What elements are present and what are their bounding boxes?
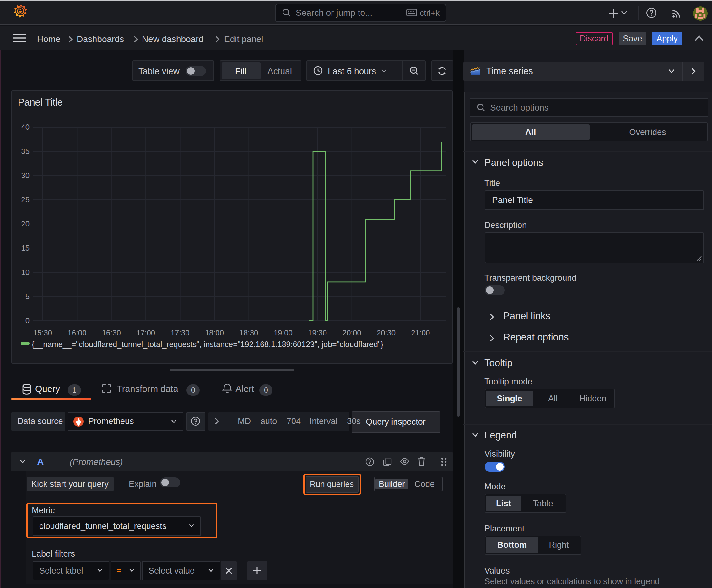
svg-text:19:00: 19:00 (274, 328, 292, 337)
svg-text:21:00: 21:00 (411, 328, 429, 337)
svg-text:20:30: 20:30 (376, 328, 395, 337)
svg-text:18:00: 18:00 (205, 328, 223, 337)
svg-text:35: 35 (21, 147, 29, 155)
svg-text:17:30: 17:30 (170, 328, 189, 337)
svg-text:{__name__="cloudflared_tunnel_: {__name__="cloudflared_tunnel_total_requ… (31, 339, 383, 348)
svg-text:5: 5 (25, 292, 29, 300)
svg-text:19:30: 19:30 (308, 328, 326, 337)
svg-text:25: 25 (21, 195, 29, 204)
svg-text:16:00: 16:00 (67, 328, 86, 337)
svg-text:40: 40 (21, 123, 29, 131)
svg-text:10: 10 (21, 268, 29, 276)
svg-text:18:30: 18:30 (239, 328, 258, 337)
svg-text:17:00: 17:00 (136, 328, 155, 337)
svg-text:15:30: 15:30 (33, 328, 52, 337)
svg-text:15: 15 (21, 244, 29, 252)
svg-text:30: 30 (21, 171, 29, 180)
svg-text:0: 0 (25, 316, 29, 324)
svg-text:20:00: 20:00 (342, 328, 361, 337)
svg-text:20: 20 (21, 219, 29, 228)
svg-text:16:30: 16:30 (102, 328, 121, 337)
